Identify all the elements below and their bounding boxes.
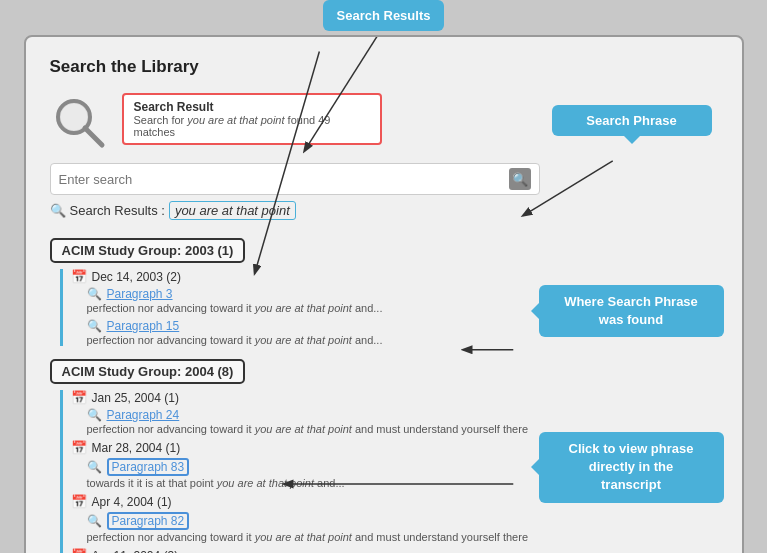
search-phrase-tooltip: Search Phrase (552, 105, 712, 136)
calendar-icon: 📅 (71, 440, 87, 455)
para-result: 🔍 Paragraph 24 perfection nor advancing … (87, 408, 718, 435)
paragraph-83-link[interactable]: Paragraph 83 (107, 458, 190, 476)
date-row: 📅 Apr 11, 2004 (3) (71, 548, 718, 553)
calendar-icon: 📅 (71, 269, 87, 284)
search-button[interactable]: 🔍 (509, 168, 531, 190)
group-header-2003: ACIM Study Group: 2003 (1) (50, 238, 246, 263)
search-icon-small: 🔍 (50, 203, 66, 218)
para-text: perfection nor advancing toward it you a… (87, 531, 718, 543)
where-found-tooltip: Where Search Phrasewas found (539, 285, 724, 337)
search-result-title: Search Result (134, 100, 370, 114)
paragraph-15-link[interactable]: Paragraph 15 (107, 319, 180, 333)
search-icon-para: 🔍 (87, 514, 102, 528)
svg-line-2 (85, 128, 102, 145)
phrase-badge: you are at that point (169, 201, 296, 220)
paragraph-24-link[interactable]: Paragraph 24 (107, 408, 180, 422)
search-results-tooltip: Search Results (323, 0, 445, 31)
results-label: Search Results : (70, 203, 165, 218)
click-view-tooltip: Click to view phrasedirectly in thetrans… (539, 432, 724, 503)
search-input-row: 🔍 (50, 163, 540, 195)
search-icon-para: 🔍 (87, 408, 102, 422)
search-input[interactable] (59, 172, 509, 187)
paragraph-82-link[interactable]: Paragraph 82 (107, 512, 190, 530)
groups-container: ACIM Study Group: 2003 (1) 📅 Dec 14, 200… (50, 230, 718, 553)
date-row: 📅 Dec 14, 2003 (2) (71, 269, 718, 284)
group-header-2004: ACIM Study Group: 2004 (8) (50, 359, 246, 384)
date-row: 📅 Jan 25, 2004 (1) (71, 390, 718, 405)
magnifier-icon (50, 93, 110, 153)
para-result: 🔍 Paragraph 82 perfection nor advancing … (87, 512, 718, 543)
search-result-desc: Search for you are at that point found 4… (134, 114, 370, 138)
calendar-icon: 📅 (71, 548, 87, 553)
paragraph-3-link[interactable]: Paragraph 3 (107, 287, 173, 301)
search-icon-para: 🔍 (87, 460, 102, 474)
page-title: Search the Library (50, 57, 718, 77)
results-line: 🔍 Search Results : you are at that point (50, 201, 718, 220)
search-result-box: Search Result Search for you are at that… (122, 93, 382, 145)
calendar-icon: 📅 (71, 390, 87, 405)
search-icon-para: 🔍 (87, 319, 102, 333)
search-icon-para: 🔍 (87, 287, 102, 301)
main-container: Search Phrase Where Search Phrasewas fou… (24, 35, 744, 553)
calendar-icon: 📅 (71, 494, 87, 509)
